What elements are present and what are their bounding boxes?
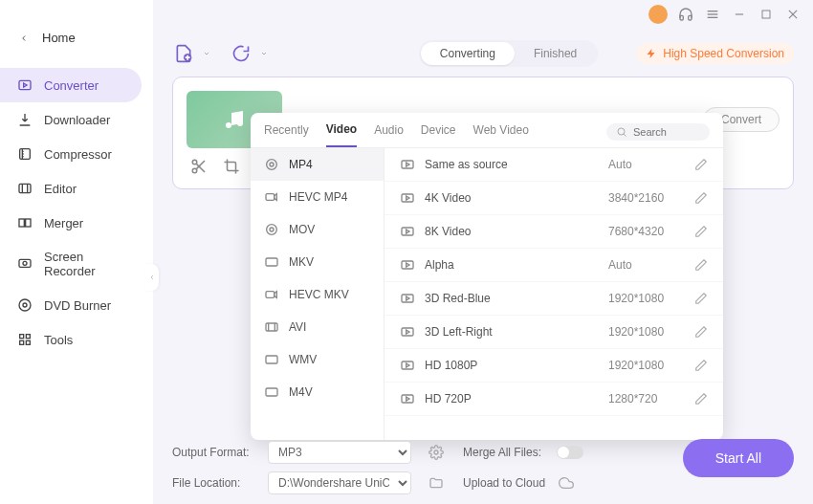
svg-rect-15 bbox=[19, 259, 31, 267]
start-all-button[interactable]: Start All bbox=[683, 439, 794, 477]
edit-preset-icon[interactable] bbox=[694, 359, 708, 372]
close-icon[interactable] bbox=[784, 6, 802, 23]
edit-preset-icon[interactable] bbox=[694, 292, 708, 305]
resolution-value: Auto bbox=[608, 158, 694, 171]
format-item[interactable]: HEVC MP4 bbox=[251, 181, 384, 213]
svg-rect-4 bbox=[762, 11, 770, 18]
maximize-icon[interactable] bbox=[758, 6, 775, 23]
format-item[interactable]: AVI bbox=[251, 311, 384, 343]
output-format-label: Output Format: bbox=[172, 446, 258, 459]
merge-toggle[interactable] bbox=[557, 446, 583, 459]
download-icon bbox=[17, 112, 33, 127]
svg-marker-57 bbox=[406, 330, 409, 334]
svg-point-33 bbox=[270, 163, 274, 166]
file-location-label: File Location: bbox=[172, 476, 258, 490]
resolution-item[interactable]: Same as sourceAuto bbox=[385, 148, 723, 182]
sidebar-item-screenrecorder[interactable]: Screen Recorder bbox=[0, 240, 142, 288]
user-avatar[interactable] bbox=[648, 5, 668, 24]
sidebar-item-label: Compressor bbox=[44, 147, 112, 162]
format-item[interactable]: M4V bbox=[251, 376, 384, 408]
resolution-item[interactable]: HD 1080P1920*1080 bbox=[385, 349, 723, 383]
add-folder-button[interactable] bbox=[230, 42, 253, 65]
svg-rect-39 bbox=[266, 292, 275, 298]
format-item[interactable]: HEVC MKV bbox=[251, 278, 384, 311]
add-file-button[interactable] bbox=[172, 42, 195, 65]
sidebar-collapse-button[interactable] bbox=[145, 264, 159, 291]
output-format-select[interactable]: MP3 bbox=[268, 441, 411, 464]
crop-icon[interactable] bbox=[223, 158, 240, 175]
format-icon bbox=[264, 319, 279, 335]
file-location-select[interactable]: D:\Wondershare UniConverter 1 bbox=[268, 471, 411, 494]
svg-rect-46 bbox=[402, 161, 413, 168]
folder-icon[interactable] bbox=[428, 475, 444, 491]
resolution-item[interactable]: AlphaAuto bbox=[385, 249, 723, 282]
video-icon bbox=[400, 190, 415, 206]
high-speed-toggle[interactable]: High Speed Conversion bbox=[636, 43, 794, 64]
sidebar-item-label: Screen Recorder bbox=[44, 250, 124, 278]
resolution-name: 3D Left-Right bbox=[425, 325, 608, 339]
sidebar-item-downloader[interactable]: Downloader bbox=[0, 102, 142, 137]
format-item[interactable]: MOV bbox=[251, 213, 384, 246]
sidebar-item-tools[interactable]: Tools bbox=[0, 322, 142, 357]
video-icon bbox=[400, 257, 415, 273]
tab-converting[interactable]: Converting bbox=[421, 42, 515, 65]
svg-marker-8 bbox=[24, 83, 27, 87]
tab-device[interactable]: Device bbox=[421, 123, 456, 146]
format-icon bbox=[264, 254, 279, 270]
support-icon[interactable] bbox=[677, 6, 694, 23]
edit-preset-icon[interactable] bbox=[694, 325, 708, 339]
resolution-list: Same as sourceAuto4K Video3840*21608K Vi… bbox=[385, 148, 723, 440]
menu-icon[interactable] bbox=[704, 6, 721, 23]
edit-preset-icon[interactable] bbox=[694, 191, 708, 205]
tab-audio[interactable]: Audio bbox=[374, 123, 404, 146]
resolution-item[interactable]: 8K Video7680*4320 bbox=[385, 215, 723, 249]
format-popup: Recently Video Audio Device Web Video MP… bbox=[251, 113, 723, 440]
chevron-left-icon bbox=[19, 33, 29, 43]
edit-preset-icon[interactable] bbox=[694, 258, 708, 272]
format-item[interactable]: WMV bbox=[251, 343, 384, 376]
svg-rect-38 bbox=[266, 258, 277, 266]
format-label: MOV bbox=[289, 223, 315, 236]
chevron-down-icon[interactable] bbox=[260, 50, 268, 57]
tab-webvideo[interactable]: Web Video bbox=[473, 123, 529, 146]
settings-icon[interactable] bbox=[428, 445, 444, 460]
svg-rect-52 bbox=[402, 261, 413, 269]
home-nav[interactable]: Home bbox=[0, 21, 153, 55]
svg-rect-50 bbox=[402, 228, 413, 235]
popup-search bbox=[606, 123, 710, 141]
sidebar-item-compressor[interactable]: Compressor bbox=[0, 137, 142, 171]
chevron-down-icon[interactable] bbox=[203, 50, 210, 57]
sidebar-item-editor[interactable]: Editor bbox=[0, 171, 142, 206]
sidebar-item-label: DVD Burner bbox=[44, 298, 111, 313]
format-item[interactable]: MKV bbox=[251, 246, 384, 278]
resolution-item[interactable]: 4K Video3840*2160 bbox=[385, 182, 723, 215]
svg-point-62 bbox=[434, 450, 438, 454]
edit-preset-icon[interactable] bbox=[694, 392, 708, 405]
edit-preset-icon[interactable] bbox=[694, 225, 708, 238]
tab-finished[interactable]: Finished bbox=[515, 42, 596, 65]
status-toggle: Converting Finished bbox=[419, 40, 598, 67]
sidebar-item-merger[interactable]: Merger bbox=[0, 206, 142, 240]
sidebar-item-converter[interactable]: Converter bbox=[0, 68, 142, 102]
sidebar-item-dvdburner[interactable]: DVD Burner bbox=[0, 288, 142, 322]
resolution-name: Same as source bbox=[425, 158, 608, 171]
cloud-icon[interactable] bbox=[559, 475, 574, 491]
edit-preset-icon[interactable] bbox=[694, 158, 708, 171]
resolution-item[interactable]: 3D Left-Right1920*1080 bbox=[385, 316, 723, 349]
tab-video[interactable]: Video bbox=[326, 122, 357, 147]
format-item[interactable]: MP4 bbox=[251, 148, 384, 181]
resolution-name: Alpha bbox=[425, 258, 608, 272]
disc-icon bbox=[17, 297, 33, 313]
svg-point-37 bbox=[270, 228, 274, 231]
resolution-item[interactable]: 3D Red-Blue1920*1080 bbox=[385, 282, 723, 316]
svg-rect-14 bbox=[26, 219, 31, 227]
sidebar-item-label: Downloader bbox=[44, 113, 110, 127]
music-note-icon bbox=[223, 108, 246, 131]
video-icon bbox=[400, 358, 415, 373]
minimize-icon[interactable] bbox=[731, 6, 748, 23]
tab-recently[interactable]: Recently bbox=[264, 123, 309, 146]
search-input[interactable] bbox=[633, 126, 700, 138]
resolution-item[interactable]: HD 720P1280*720 bbox=[385, 383, 723, 416]
format-label: AVI bbox=[289, 320, 306, 334]
trim-icon[interactable] bbox=[190, 158, 208, 175]
